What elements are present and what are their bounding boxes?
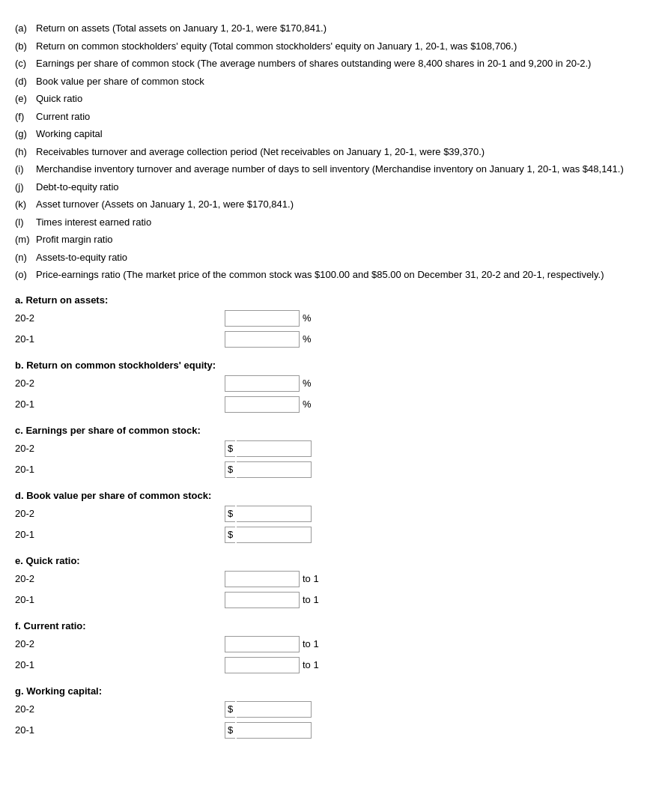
input-group: to 1 (225, 592, 319, 608)
list-item: (d)Book value per share of common stock (15, 74, 647, 89)
to1-suffix: to 1 (303, 638, 319, 649)
section-header-e: e. Quick ratio: (15, 555, 647, 566)
dollar-input-wrapper: $ (225, 461, 312, 478)
dollar-input-wrapper: $ (225, 722, 312, 739)
input-d-20-1[interactable] (237, 527, 312, 543)
percent-suffix: % (303, 333, 312, 345)
answer-row-e-20-1: 20-1to 1 (15, 592, 647, 608)
input-e-20-1[interactable] (225, 592, 300, 608)
row-year-label: 20-1 (15, 399, 60, 410)
row-year-label: 20-1 (15, 464, 60, 475)
dollar-prefix: $ (225, 440, 235, 457)
list-text: Quick ratio (36, 91, 647, 106)
list-label: (l) (15, 215, 36, 230)
row-year-label: 20-1 (15, 724, 60, 736)
items-list: (a)Return on assets (Total assets on Jan… (15, 21, 647, 282)
input-f-20-1[interactable] (225, 657, 300, 673)
list-label: (k) (15, 197, 36, 212)
list-item: (a)Return on assets (Total assets on Jan… (15, 21, 647, 36)
input-f-20-2[interactable] (225, 636, 300, 652)
list-label: (e) (15, 91, 36, 106)
section-header-c: c. Earnings per share of common stock: (15, 425, 647, 436)
row-year-label: 20-2 (15, 703, 60, 715)
to1-suffix: to 1 (303, 594, 319, 605)
list-item: (e)Quick ratio (15, 91, 647, 106)
percent-suffix: % (303, 378, 312, 389)
row-year-label: 20-1 (15, 529, 60, 540)
percent-suffix: % (303, 312, 312, 324)
answer-row-f-20-2: 20-2to 1 (15, 636, 647, 652)
list-item: (o)Price-earnings ratio (The market pric… (15, 267, 647, 282)
input-group: $ (225, 722, 312, 739)
list-text: Price-earnings ratio (The market price o… (36, 267, 647, 282)
list-text: Assets-to-equity ratio (36, 250, 647, 265)
list-text: Return on assets (Total assets on Januar… (36, 21, 647, 36)
dollar-prefix: $ (225, 722, 235, 739)
list-item: (j)Debt-to-equity ratio (15, 180, 647, 195)
list-label: (a) (15, 21, 36, 36)
dollar-input-wrapper: $ (225, 527, 312, 543)
answer-row-g-20-2: 20-2$ (15, 701, 647, 718)
input-group: to 1 (225, 657, 319, 673)
input-e-20-2[interactable] (225, 571, 300, 587)
list-text: Current ratio (36, 109, 647, 124)
row-year-label: 20-2 (15, 638, 60, 649)
answer-row-b-20-1: 20-1% (15, 396, 647, 413)
list-item: (n)Assets-to-equity ratio (15, 250, 647, 265)
answer-row-c-20-1: 20-1$ (15, 461, 647, 478)
input-c-20-1[interactable] (237, 461, 312, 478)
answer-row-a-20-2: 20-2% (15, 310, 647, 327)
answer-row-g-20-1: 20-1$ (15, 722, 647, 739)
list-text: Asset turnover (Assets on January 1, 20-… (36, 197, 647, 212)
input-group: $ (225, 527, 312, 543)
input-c-20-2[interactable] (237, 440, 312, 457)
list-text: Times interest earned ratio (36, 215, 647, 230)
input-group: $ (225, 506, 312, 522)
answer-row-a-20-1: 20-1% (15, 331, 647, 348)
list-item: (m)Profit margin ratio (15, 232, 647, 247)
section-header-f: f. Current ratio: (15, 620, 647, 631)
answer-row-d-20-1: 20-1$ (15, 527, 647, 543)
input-g-20-2[interactable] (237, 701, 312, 718)
input-a-20-2[interactable] (225, 310, 300, 327)
to1-suffix: to 1 (303, 659, 319, 670)
input-group: % (225, 310, 312, 327)
input-group: to 1 (225, 571, 319, 587)
dollar-prefix: $ (225, 527, 235, 543)
list-label: (c) (15, 56, 36, 71)
answer-row-e-20-2: 20-2to 1 (15, 571, 647, 587)
answer-row-b-20-2: 20-2% (15, 375, 647, 392)
list-label: (i) (15, 162, 36, 177)
row-year-label: 20-1 (15, 333, 60, 345)
input-g-20-1[interactable] (237, 722, 312, 739)
list-item: (c)Earnings per share of common stock (T… (15, 56, 647, 71)
dollar-prefix: $ (225, 461, 235, 478)
input-b-20-2[interactable] (225, 375, 300, 392)
list-label: (j) (15, 180, 36, 195)
list-item: (h)Receivables turnover and average coll… (15, 145, 647, 160)
dollar-input-wrapper: $ (225, 506, 312, 522)
dollar-input-wrapper: $ (225, 440, 312, 457)
list-text: Receivables turnover and average collect… (36, 145, 647, 160)
section-header-d: d. Book value per share of common stock: (15, 490, 647, 501)
list-label: (d) (15, 74, 36, 89)
row-year-label: 20-2 (15, 378, 60, 389)
input-b-20-1[interactable] (225, 396, 300, 413)
row-year-label: 20-1 (15, 594, 60, 605)
input-group: $ (225, 440, 312, 457)
input-a-20-1[interactable] (225, 331, 300, 348)
list-label: (n) (15, 250, 36, 265)
list-text: Return on common stockholders' equity (T… (36, 39, 647, 54)
input-group: % (225, 396, 312, 413)
input-d-20-2[interactable] (237, 506, 312, 522)
row-year-label: 20-2 (15, 312, 60, 324)
row-year-label: 20-1 (15, 659, 60, 670)
list-label: (g) (15, 127, 36, 142)
list-item: (f)Current ratio (15, 109, 647, 124)
row-year-label: 20-2 (15, 443, 60, 454)
list-label: (b) (15, 39, 36, 54)
answer-row-d-20-2: 20-2$ (15, 506, 647, 522)
input-group: % (225, 375, 312, 392)
to1-suffix: to 1 (303, 573, 319, 584)
sections-container: a. Return on assets:20-2%20-1%b. Return … (15, 294, 647, 739)
